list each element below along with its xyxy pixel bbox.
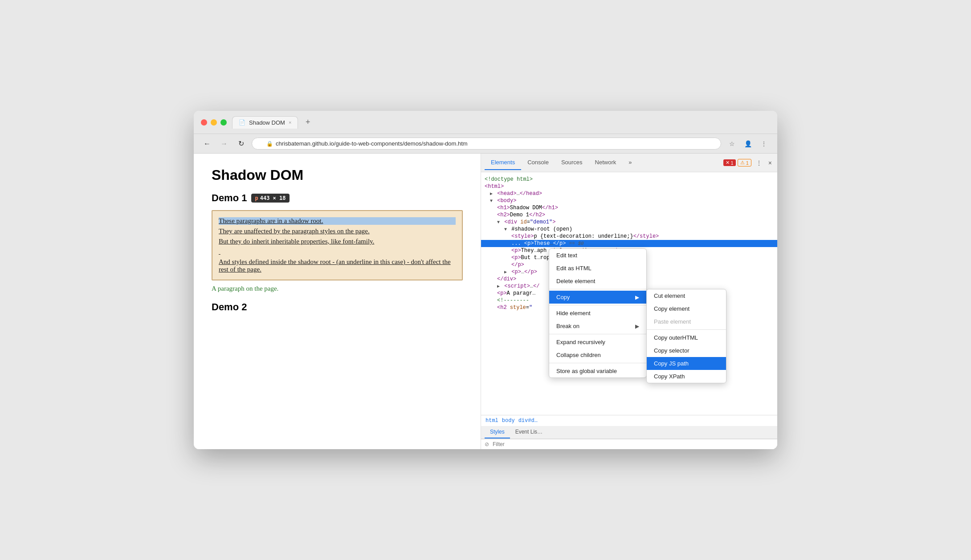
shadow-para-3: But they do inherit inheritable properti… — [219, 238, 456, 245]
ctx-submenu-sep-1 — [647, 329, 726, 330]
breadcrumb-html[interactable]: html — [486, 418, 498, 424]
devtools-settings-button[interactable]: ⋮ — [754, 158, 764, 168]
tab-title: Shadow DOM — [249, 119, 285, 126]
breadcrumb-div[interactable]: div#d… — [518, 418, 538, 424]
dom-breadcrumb: html body div#d… — [481, 415, 777, 426]
devtools-panel: Elements Console Sources Network » ✕ 1 ⚠… — [481, 154, 777, 449]
tab-bar: 📄 Shadow DOM × + — [232, 116, 770, 129]
title-bar: 📄 Shadow DOM × + — [194, 111, 777, 134]
filter-input[interactable] — [493, 441, 774, 447]
filter-bar: ⊘ — [481, 439, 777, 449]
lock-icon: 🔒 — [266, 141, 273, 147]
url-bar[interactable]: 🔒 chrisbateman.github.io/guide-to-web-co… — [252, 138, 721, 150]
dom-line-shadow-root[interactable]: ▼ #shadow-root (open) — [481, 226, 777, 233]
element-tooltip: p 443 × 18 — [251, 194, 289, 203]
tab-event-listeners[interactable]: Event Lis… — [510, 426, 548, 438]
tab-more[interactable]: » — [622, 155, 638, 170]
devtools-close-button[interactable]: × — [767, 158, 774, 168]
avatar-button[interactable]: 👤 — [742, 138, 754, 150]
submenu-copy: Cut element Copy element Paste element C… — [646, 289, 726, 383]
dom-line-head[interactable]: ▶ <head>…</head> — [481, 190, 777, 197]
main-content: Shadow DOM Demo 1 p 443 × 18 These parag… — [194, 154, 777, 449]
dom-line-html[interactable]: <html> — [481, 183, 777, 190]
filter-icon: ⊘ — [485, 441, 489, 447]
ctx-paste-element: Paste element — [647, 315, 726, 328]
page-title: Shadow DOM — [212, 167, 463, 183]
browser-window: 📄 Shadow DOM × + ← → ↻ 🔒 chrisbateman.gi… — [194, 111, 777, 449]
ctx-cut-element[interactable]: Cut element — [647, 289, 726, 302]
browser-menu-button[interactable]: ⋮ — [758, 138, 770, 150]
bottom-tabs: Styles Event Lis… — [481, 426, 777, 439]
ctx-hide-element[interactable]: Hide element — [549, 307, 646, 320]
close-button[interactable] — [201, 119, 207, 126]
forward-button[interactable]: → — [218, 138, 230, 150]
dom-line-style[interactable]: <style>p {text-decoration: underline;}</… — [481, 233, 777, 240]
ctx-copy-outerhtml[interactable]: Copy outerHTML — [647, 331, 726, 344]
shadow-para-4 — [219, 248, 456, 256]
dom-line-h2-demo1[interactable]: <h2>Demo 1</h2> — [481, 211, 777, 219]
ctx-collapse-children[interactable]: Collapse children — [549, 349, 646, 361]
shadow-para-5: And styles defined inside the shadow roo… — [219, 258, 456, 273]
shadow-para-1: These paragraphs are in a shadow root. — [219, 217, 456, 225]
dom-line-div-demo1[interactable]: ▼ <div id="demo1"> — [481, 219, 777, 226]
ctx-break-on-label: Break on — [556, 323, 579, 329]
breadcrumb-body[interactable]: body — [502, 418, 515, 424]
devtools-tab-icons: ✕ 1 ⚠ 1 ⋮ × — [723, 158, 774, 168]
ctx-break-on-arrow: ▶ — [635, 323, 639, 329]
devtools-tabs: Elements Console Sources Network » ✕ 1 ⚠… — [481, 154, 777, 172]
tab-elements[interactable]: Elements — [485, 155, 521, 170]
back-button[interactable]: ← — [201, 138, 213, 150]
url-path: /guide-to-web-components/demos/shadow-do… — [334, 140, 468, 147]
ctx-edit-text[interactable]: Edit text — [549, 249, 646, 262]
dom-line-p-selected[interactable]: ... <p>These…</p> == $0 — [481, 240, 777, 247]
ctx-copy-xpath[interactable]: Copy XPath — [647, 370, 726, 383]
badges-group: ✕ 1 ⚠ 1 — [723, 159, 751, 166]
error-count: 1 — [731, 160, 734, 166]
reload-button[interactable]: ↻ — [235, 138, 247, 150]
url-text: chrisbateman.github.io/guide-to-web-comp… — [276, 140, 468, 147]
demo1-heading: Demo 1 p 443 × 18 — [212, 192, 463, 204]
demo2-heading: Demo 2 — [212, 301, 463, 313]
ctx-store-global[interactable]: Store as global variable — [549, 365, 646, 377]
minimize-button[interactable] — [211, 119, 217, 126]
address-bar-actions: ☆ 👤 ⋮ — [726, 138, 770, 150]
warning-badge: ⚠ 1 — [738, 159, 751, 166]
tooltip-size: 443 × 18 — [260, 195, 286, 201]
new-tab-button[interactable]: + — [302, 116, 314, 129]
error-badge: ✕ 1 — [723, 159, 736, 166]
page-paragraph: A paragraph on the page. — [212, 285, 463, 292]
ctx-copy-element[interactable]: Copy element — [647, 302, 726, 315]
ctx-copy-label: Copy — [556, 294, 570, 300]
bookmark-button[interactable]: ☆ — [726, 138, 738, 150]
ctx-copy-selector[interactable]: Copy selector — [647, 344, 726, 357]
tab-console[interactable]: Console — [521, 155, 555, 170]
address-bar: ← → ↻ 🔒 chrisbateman.github.io/guide-to-… — [194, 134, 777, 154]
tab-network[interactable]: Network — [589, 155, 623, 170]
ctx-separator-3 — [549, 334, 646, 334]
warning-count: 1 — [746, 160, 749, 166]
page-content: Shadow DOM Demo 1 p 443 × 18 These parag… — [194, 154, 481, 449]
traffic-lights — [201, 119, 227, 126]
shadow-root-box: These paragraphs are in a shadow root. T… — [212, 210, 463, 280]
error-x-icon: ✕ — [726, 160, 730, 166]
ctx-separator-1 — [549, 289, 646, 289]
warning-icon: ⚠ — [740, 160, 745, 166]
dom-line-doctype[interactable]: <!doctype html> — [481, 176, 777, 183]
dom-line-body[interactable]: ▼ <body> — [481, 197, 777, 204]
browser-tab[interactable]: 📄 Shadow DOM × — [232, 116, 298, 129]
shadow-para-2: They are unaffected by the paragraph sty… — [219, 227, 456, 235]
ctx-break-on[interactable]: Break on ▶ — [549, 320, 646, 333]
tab-close-button[interactable]: × — [289, 120, 291, 125]
context-menu: Edit text Edit as HTML Delete element Co… — [549, 248, 647, 378]
tab-styles[interactable]: Styles — [485, 426, 510, 438]
tab-sources[interactable]: Sources — [555, 155, 589, 170]
ctx-copy[interactable]: Copy ▶ Cut element Copy element Paste el… — [549, 291, 646, 304]
ctx-edit-as-html[interactable]: Edit as HTML — [549, 262, 646, 275]
ctx-separator-2 — [549, 305, 646, 305]
dom-line-h1[interactable]: <h1>Shadow DOM</h1> — [481, 204, 777, 211]
ctx-copy-arrow: ▶ — [635, 294, 639, 300]
maximize-button[interactable] — [220, 119, 227, 126]
ctx-copy-js-path[interactable]: Copy JS path — [647, 357, 726, 370]
ctx-expand-recursively[interactable]: Expand recursively — [549, 336, 646, 349]
ctx-delete-element[interactable]: Delete element — [549, 275, 646, 288]
